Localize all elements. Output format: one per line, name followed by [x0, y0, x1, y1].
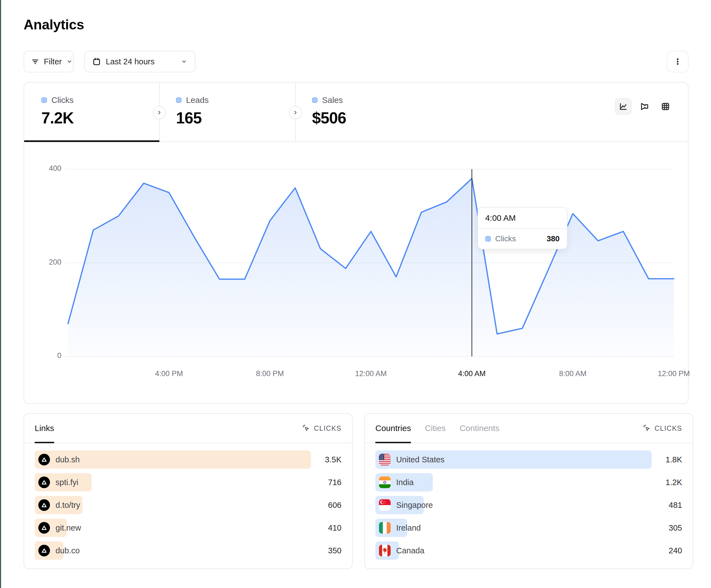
item-value: 481: [652, 501, 682, 510]
list-item[interactable]: dub.co350: [35, 541, 342, 560]
countries-metric-label: CLICKS: [655, 424, 682, 432]
clicks-series-swatch: [41, 97, 47, 103]
list-item[interactable]: dub.sh3.5K: [35, 450, 342, 469]
funnel-chart-view-button[interactable]: [636, 98, 653, 115]
item-label: spti.fyi: [56, 478, 78, 487]
list-item[interactable]: United States1.8K: [375, 450, 682, 469]
expand-leads-button[interactable]: [153, 106, 166, 119]
item-label: git.new: [56, 523, 81, 533]
tab-continents-label: Continents: [459, 424, 499, 433]
links-panel-header: Links CLICKS: [24, 414, 352, 443]
date-range-button[interactable]: Last 24 hours: [84, 51, 195, 72]
item-value: 716: [311, 478, 342, 487]
countries-list: United States1.8KIndia1.2KSingapore481Ir…: [365, 443, 693, 567]
x-tick-label: 12:00 PM: [658, 369, 690, 378]
item-value: 350: [311, 546, 342, 555]
item-label: India: [396, 478, 414, 487]
x-tick-label: 4:00 AM: [458, 369, 486, 378]
stat-label: Sales: [322, 95, 343, 105]
item-value: 606: [311, 501, 342, 510]
page-title: Analytics: [24, 17, 84, 33]
dub-logo-avatar: [38, 522, 50, 534]
more-options-button[interactable]: [667, 51, 689, 72]
item-label: dub.co: [56, 546, 80, 555]
tab-countries[interactable]: Countries: [375, 414, 411, 443]
stat-tab-sales[interactable]: Sales $506: [296, 83, 490, 141]
y-tick-label: 400: [36, 164, 61, 173]
list-item[interactable]: India1.2K: [375, 473, 682, 492]
item-value: 410: [311, 523, 342, 533]
item-label: Canada: [396, 546, 425, 555]
chevron-right-icon: [156, 110, 163, 116]
ca-flag-icon: [379, 545, 391, 557]
y-tick-label: 0: [36, 352, 61, 360]
countries-metric-selector[interactable]: CLICKS: [642, 424, 682, 433]
item-value: 3.5K: [311, 455, 342, 464]
date-range-label: Last 24 hours: [106, 57, 155, 66]
x-tick-label: 8:00 PM: [256, 369, 284, 378]
chart-tooltip: 4:00 AM Clicks 380: [477, 207, 567, 249]
stat-tab-clicks[interactable]: Clicks 7.2K: [24, 83, 160, 141]
list-item[interactable]: Ireland305: [375, 519, 682, 537]
x-tick-label: 8:00 AM: [559, 369, 587, 378]
item-value: 240: [652, 546, 682, 555]
item-label: dub.sh: [56, 455, 80, 464]
in-flag-icon: [379, 476, 391, 488]
item-label: United States: [396, 455, 445, 464]
line-chart-icon: [618, 101, 628, 112]
tooltip-value: 380: [547, 234, 560, 243]
tooltip-time: 4:00 AM: [478, 208, 567, 229]
links-metric-selector[interactable]: CLICKS: [302, 424, 342, 433]
y-tick-label: 200: [36, 258, 61, 267]
list-item[interactable]: Singapore481: [375, 496, 682, 514]
filter-label: Filter: [44, 57, 62, 66]
chevron-down-icon: [66, 58, 73, 65]
countries-panel: Countries Cities Continents CLICKS Unite…: [364, 413, 693, 569]
dub-logo-avatar: [38, 499, 50, 511]
clicks-area-chart[interactable]: [24, 141, 688, 403]
table-grid-icon: [661, 101, 670, 112]
analytics-chart-card: Clicks 7.2K Leads 165: [24, 82, 689, 404]
stat-label: Leads: [186, 95, 209, 105]
x-tick-label: 12:00 AM: [355, 369, 387, 378]
leads-series-swatch: [176, 97, 181, 103]
tab-cities[interactable]: Cities: [425, 414, 446, 443]
item-label: d.to/try: [56, 501, 80, 510]
dub-logo-avatar: [38, 476, 50, 488]
sales-series-swatch: [312, 97, 318, 103]
stat-label: Clicks: [51, 95, 73, 105]
chart-area-fill: [68, 179, 674, 356]
tab-continents[interactable]: Continents: [459, 414, 499, 443]
cursor-click-icon: [642, 424, 651, 433]
stat-value: 7.2K: [41, 109, 73, 127]
countries-panel-header: Countries Cities Continents CLICKS: [365, 414, 693, 443]
list-item[interactable]: git.new410: [35, 519, 342, 537]
item-label: Ireland: [396, 523, 421, 533]
funnel-chart-icon: [639, 101, 649, 112]
list-item[interactable]: d.to/try606: [35, 496, 342, 514]
tooltip-series-label: Clicks: [495, 234, 516, 243]
tab-countries-label: Countries: [375, 424, 411, 433]
tab-cities-label: Cities: [425, 424, 446, 433]
kebab-icon: [673, 57, 683, 66]
list-item[interactable]: spti.fyi716: [35, 473, 342, 492]
expand-sales-button[interactable]: [289, 106, 302, 119]
filter-button[interactable]: Filter: [24, 51, 73, 72]
chevron-right-icon: [292, 110, 298, 116]
links-metric-label: CLICKS: [314, 424, 342, 432]
tooltip-series-swatch: [485, 236, 491, 242]
table-view-button[interactable]: [657, 98, 674, 115]
item-value: 1.2K: [652, 478, 682, 487]
item-value: 305: [652, 523, 682, 533]
stats-row: Clicks 7.2K Leads 165: [24, 83, 688, 142]
line-chart-view-button[interactable]: [615, 98, 631, 115]
item-value: 1.8K: [652, 455, 682, 464]
ie-flag-icon: [379, 522, 391, 534]
stat-tab-leads[interactable]: Leads 165: [160, 83, 296, 141]
chart-view-toggle: [615, 98, 674, 115]
list-item[interactable]: Canada240: [375, 541, 682, 560]
stat-value: $506: [312, 109, 346, 127]
links-list: dub.sh3.5Kspti.fyi716d.to/try606git.new4…: [24, 443, 352, 567]
dub-logo-avatar: [38, 545, 50, 557]
tab-links[interactable]: Links: [35, 414, 54, 443]
